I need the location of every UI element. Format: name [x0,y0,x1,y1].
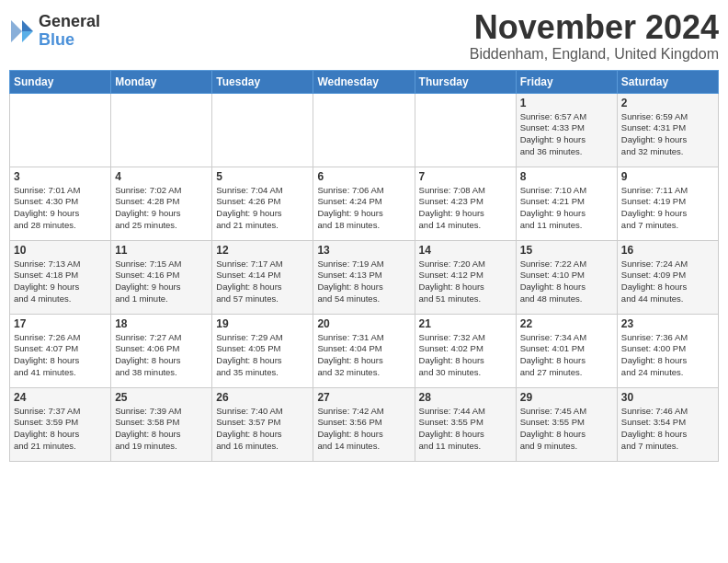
day-cell: 28Sunrise: 7:44 AM Sunset: 3:55 PM Dayli… [415,387,516,461]
day-cell: 10Sunrise: 7:13 AM Sunset: 4:18 PM Dayli… [10,240,111,314]
svg-marker-0 [22,20,33,31]
day-info: Sunrise: 7:46 AM Sunset: 3:54 PM Dayligh… [621,406,714,453]
day-info: Sunrise: 7:34 AM Sunset: 4:01 PM Dayligh… [520,332,613,379]
day-cell: 21Sunrise: 7:32 AM Sunset: 4:02 PM Dayli… [415,314,516,387]
header-monday: Monday [111,70,212,93]
day-number: 5 [216,170,309,183]
day-cell: 2Sunrise: 6:59 AM Sunset: 4:31 PM Daylig… [617,93,718,167]
week-row-3: 10Sunrise: 7:13 AM Sunset: 4:18 PM Dayli… [10,240,719,314]
day-number: 23 [621,317,714,330]
day-cell: 1Sunrise: 6:57 AM Sunset: 4:33 PM Daylig… [516,93,617,167]
day-cell: 30Sunrise: 7:46 AM Sunset: 3:54 PM Dayli… [617,387,718,461]
day-number: 20 [317,317,410,330]
logo-blue: Blue [39,31,100,50]
day-info: Sunrise: 7:15 AM Sunset: 4:16 PM Dayligh… [115,259,208,305]
day-cell: 18Sunrise: 7:27 AM Sunset: 4:06 PM Dayli… [111,314,212,387]
day-info: Sunrise: 7:11 AM Sunset: 4:19 PM Dayligh… [621,185,714,232]
day-cell [313,93,415,167]
day-info: Sunrise: 7:29 AM Sunset: 4:05 PM Dayligh… [216,332,309,379]
calendar-header: SundayMondayTuesdayWednesdayThursdayFrid… [10,70,719,93]
header-wednesday: Wednesday [313,70,415,93]
day-cell: 12Sunrise: 7:17 AM Sunset: 4:14 PM Dayli… [212,240,313,314]
day-cell: 6Sunrise: 7:06 AM Sunset: 4:24 PM Daylig… [313,167,415,240]
day-info: Sunrise: 7:26 AM Sunset: 4:07 PM Dayligh… [14,332,107,379]
day-number: 7 [419,170,512,183]
day-info: Sunrise: 7:42 AM Sunset: 3:56 PM Dayligh… [317,406,410,453]
day-cell: 4Sunrise: 7:02 AM Sunset: 4:28 PM Daylig… [111,167,212,240]
day-number: 16 [621,244,714,257]
day-cell [212,93,313,167]
day-number: 29 [520,391,613,404]
calendar-table: SundayMondayTuesdayWednesdayThursdayFrid… [9,70,719,462]
title-section: November 2024 Biddenham, England, United… [470,9,719,63]
header-saturday: Saturday [617,70,718,93]
day-number: 8 [520,170,613,183]
day-number: 11 [115,244,208,257]
day-cell [415,93,516,167]
day-number: 12 [216,244,309,257]
day-number: 18 [115,317,208,330]
day-info: Sunrise: 7:19 AM Sunset: 4:13 PM Dayligh… [317,259,410,305]
day-cell: 9Sunrise: 7:11 AM Sunset: 4:19 PM Daylig… [617,167,718,240]
day-cell: 23Sunrise: 7:36 AM Sunset: 4:00 PM Dayli… [617,314,718,387]
day-info: Sunrise: 7:31 AM Sunset: 4:04 PM Dayligh… [317,332,410,379]
day-info: Sunrise: 7:24 AM Sunset: 4:09 PM Dayligh… [621,259,714,305]
day-cell: 17Sunrise: 7:26 AM Sunset: 4:07 PM Dayli… [10,314,111,387]
logo: General Blue [9,13,100,50]
day-number: 4 [115,170,208,183]
logo-general: General [39,13,100,31]
day-number: 17 [14,317,107,330]
day-cell: 24Sunrise: 7:37 AM Sunset: 3:59 PM Dayli… [10,387,111,461]
day-info: Sunrise: 7:17 AM Sunset: 4:14 PM Dayligh… [216,259,309,305]
day-info: Sunrise: 7:10 AM Sunset: 4:21 PM Dayligh… [520,185,613,232]
day-cell: 16Sunrise: 7:24 AM Sunset: 4:09 PM Dayli… [617,240,718,314]
header-row: SundayMondayTuesdayWednesdayThursdayFrid… [10,70,719,93]
week-row-2: 3Sunrise: 7:01 AM Sunset: 4:30 PM Daylig… [10,167,719,240]
day-cell: 15Sunrise: 7:22 AM Sunset: 4:10 PM Dayli… [516,240,617,314]
day-info: Sunrise: 6:59 AM Sunset: 4:31 PM Dayligh… [621,111,714,158]
day-info: Sunrise: 7:20 AM Sunset: 4:12 PM Dayligh… [419,259,512,305]
day-number: 13 [317,244,410,257]
day-info: Sunrise: 7:36 AM Sunset: 4:00 PM Dayligh… [621,332,714,379]
location: Biddenham, England, United Kingdom [470,46,719,63]
day-number: 25 [115,391,208,404]
day-number: 15 [520,244,613,257]
page-header: General Blue November 2024 Biddenham, En… [9,9,719,63]
day-info: Sunrise: 7:13 AM Sunset: 4:18 PM Dayligh… [14,259,107,305]
day-info: Sunrise: 7:22 AM Sunset: 4:10 PM Dayligh… [520,259,613,305]
week-row-1: 1Sunrise: 6:57 AM Sunset: 4:33 PM Daylig… [10,93,719,167]
day-cell: 13Sunrise: 7:19 AM Sunset: 4:13 PM Dayli… [313,240,415,314]
day-cell: 8Sunrise: 7:10 AM Sunset: 4:21 PM Daylig… [516,167,617,240]
day-cell: 14Sunrise: 7:20 AM Sunset: 4:12 PM Dayli… [415,240,516,314]
day-info: Sunrise: 7:01 AM Sunset: 4:30 PM Dayligh… [14,185,107,232]
day-info: Sunrise: 6:57 AM Sunset: 4:33 PM Dayligh… [520,111,613,158]
day-cell: 22Sunrise: 7:34 AM Sunset: 4:01 PM Dayli… [516,314,617,387]
svg-marker-2 [11,20,22,42]
header-friday: Friday [516,70,617,93]
day-info: Sunrise: 7:27 AM Sunset: 4:06 PM Dayligh… [115,332,208,379]
day-number: 2 [621,97,714,109]
day-number: 27 [317,391,410,404]
calendar-body: 1Sunrise: 6:57 AM Sunset: 4:33 PM Daylig… [10,93,719,461]
day-info: Sunrise: 7:40 AM Sunset: 3:57 PM Dayligh… [216,406,309,453]
header-sunday: Sunday [10,70,111,93]
day-number: 21 [419,317,512,330]
day-info: Sunrise: 7:04 AM Sunset: 4:26 PM Dayligh… [216,185,309,232]
day-number: 22 [520,317,613,330]
day-cell: 3Sunrise: 7:01 AM Sunset: 4:30 PM Daylig… [10,167,111,240]
day-cell: 7Sunrise: 7:08 AM Sunset: 4:23 PM Daylig… [415,167,516,240]
day-cell [10,93,111,167]
day-info: Sunrise: 7:32 AM Sunset: 4:02 PM Dayligh… [419,332,512,379]
day-number: 28 [419,391,512,404]
day-cell: 20Sunrise: 7:31 AM Sunset: 4:04 PM Dayli… [313,314,415,387]
day-info: Sunrise: 7:45 AM Sunset: 3:55 PM Dayligh… [520,406,613,453]
day-cell: 29Sunrise: 7:45 AM Sunset: 3:55 PM Dayli… [516,387,617,461]
header-tuesday: Tuesday [212,70,313,93]
day-number: 24 [14,391,107,404]
month-title: November 2024 [470,9,719,46]
day-number: 3 [14,170,107,183]
logo-text: General Blue [39,13,100,50]
day-info: Sunrise: 7:37 AM Sunset: 3:59 PM Dayligh… [14,406,107,453]
day-info: Sunrise: 7:39 AM Sunset: 3:58 PM Dayligh… [115,406,208,453]
day-cell: 27Sunrise: 7:42 AM Sunset: 3:56 PM Dayli… [313,387,415,461]
